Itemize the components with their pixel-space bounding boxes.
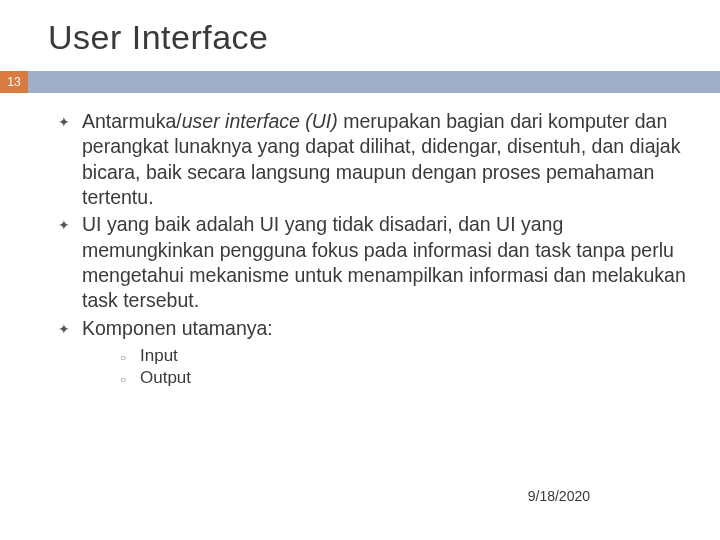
bullet-icon: ✦ [58,109,82,210]
sub-bullet-icon: ○ [120,352,140,363]
sub-bullet-text: Input [140,346,178,366]
sub-list-item: ○ Input [120,346,690,366]
bullet-icon: ✦ [58,316,82,342]
slide-title: User Interface [0,0,720,71]
date-footer: 9/18/2020 [528,488,590,504]
content-area: ✦ Antarmuka/user interface (UI) merupaka… [0,93,720,388]
bullet-text: Antarmuka/user interface (UI) merupakan … [82,109,690,210]
sub-bullet-icon: ○ [120,374,140,385]
bullet-text: Komponen utamanya: [82,316,690,342]
divider-bar: 13 [0,71,720,93]
divider-bar-blue [28,71,720,93]
slide-number-badge: 13 [0,71,28,93]
sub-bullet-text: Output [140,368,191,388]
list-item: ✦ Antarmuka/user interface (UI) merupaka… [58,109,690,210]
sub-list: ○ Input ○ Output [58,346,690,388]
list-item: ✦ UI yang baik adalah UI yang tidak disa… [58,212,690,313]
bullet-text: UI yang baik adalah UI yang tidak disada… [82,212,690,313]
sub-list-item: ○ Output [120,368,690,388]
bullet-icon: ✦ [58,212,82,313]
list-item: ✦ Komponen utamanya: [58,316,690,342]
